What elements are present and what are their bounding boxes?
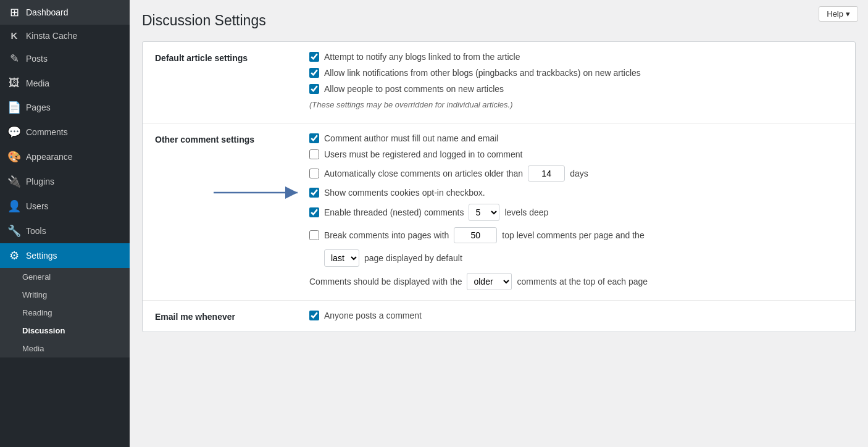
page-title: Discussion Settings	[142, 12, 856, 29]
users-registered-row: Users must be registered and logged in t…	[309, 149, 843, 159]
submenu-item-reading[interactable]: Reading	[0, 304, 130, 322]
sidebar-item-plugins[interactable]: 🔌 Plugins	[0, 169, 130, 194]
oc3-label-before: Automatically close comments on articles…	[324, 169, 523, 178]
cb2-label: Allow link notifications from other blog…	[324, 68, 641, 78]
help-label: Help	[827, 9, 843, 19]
users-icon: 👤	[7, 199, 21, 213]
plugins-icon: 🔌	[7, 175, 21, 188]
page-display-select[interactable]: first last	[324, 249, 359, 267]
comments-icon: 💬	[7, 125, 21, 139]
threaded-depth-select[interactable]: 12345678910	[469, 204, 499, 221]
sidebar-label-comments: Comments	[26, 127, 68, 137]
oc5-label-after: levels deep	[504, 207, 548, 217]
settings-panel: Default article settings Attempt to noti…	[142, 41, 856, 332]
cb3-checkbox[interactable]	[309, 84, 319, 94]
oc3-checkbox[interactable]	[309, 169, 319, 178]
break-comments-row: Break comments into pages with top level…	[309, 227, 843, 243]
em1-checkbox[interactable]	[309, 311, 319, 320]
sidebar-item-comments[interactable]: 💬 Comments	[0, 120, 130, 144]
submenu-item-media[interactable]: Media	[0, 340, 130, 357]
em1-label: Anyone posts a comment	[324, 311, 422, 320]
sidebar-item-media[interactable]: 🖼 Media	[0, 71, 130, 95]
oc5-label-before: Enable threaded (nested) comments	[324, 207, 464, 217]
other-comment-settings-row: Other comment settings Comment author mu…	[143, 123, 855, 301]
sidebar-label-appearance: Appearance	[26, 152, 73, 162]
comment-order-label-after: comments at the top of each page	[517, 277, 648, 286]
help-button[interactable]: Help ▾	[819, 6, 858, 22]
cb2-row: Allow link notifications from other blog…	[309, 68, 843, 78]
sidebar-item-tools[interactable]: 🔧 Tools	[0, 219, 130, 243]
oc4-label: Show comments cookies opt-in checkbox.	[324, 188, 485, 198]
comment-order-label-before: Comments should be displayed with the	[309, 277, 462, 286]
oc6-checkbox[interactable]	[309, 230, 319, 240]
oc1-label: Comment author must fill out name and em…	[324, 133, 498, 143]
comments-per-page-input[interactable]	[454, 227, 497, 243]
cb1-label: Attempt to notify any blogs linked to fr…	[324, 52, 520, 62]
sidebar-label-dashboard: Dashboard	[26, 7, 69, 17]
default-article-label: Default article settings	[155, 52, 297, 113]
cb3-label: Allow people to post comments on new art…	[324, 84, 504, 94]
sidebar: ⊞ Dashboard K Kinsta Cache ✎ Posts 🖼 Med…	[0, 0, 130, 447]
oc4-checkbox[interactable]	[309, 188, 319, 198]
submenu-item-discussion[interactable]: Discussion	[0, 322, 130, 340]
submenu-discussion-label: Discussion	[22, 326, 65, 335]
cookies-arrow	[214, 186, 303, 199]
sidebar-item-pages[interactable]: 📄 Pages	[0, 95, 130, 120]
settings-arrow-indicator	[126, 249, 130, 262]
sidebar-label-settings: Settings	[26, 251, 57, 261]
article-settings-note: (These settings may be overridden for in…	[309, 100, 843, 109]
email-settings-label: Email me whenever	[155, 311, 297, 322]
comment-order-select[interactable]: older newer	[467, 273, 512, 290]
sidebar-label-pages: Pages	[26, 102, 51, 112]
threaded-comments-row: Enable threaded (nested) comments 123456…	[309, 204, 843, 221]
page-display-label: page displayed by default	[364, 253, 462, 263]
pages-icon: 📄	[7, 101, 21, 114]
sidebar-item-dashboard[interactable]: ⊞ Dashboard	[0, 0, 130, 25]
sidebar-label-plugins: Plugins	[26, 177, 54, 186]
sidebar-label-users: Users	[26, 201, 49, 211]
sidebar-item-settings[interactable]: ⚙ Settings	[0, 243, 130, 268]
cb3-row: Allow people to post comments on new art…	[309, 84, 843, 94]
oc6-label-after: top level comments per page and the	[502, 230, 644, 240]
email-cb1-row: Anyone posts a comment	[309, 311, 843, 320]
appearance-icon: 🎨	[7, 150, 21, 164]
comment-author-row: Comment author must fill out name and em…	[309, 133, 843, 143]
sidebar-label-kinsta: Kinsta Cache	[26, 31, 77, 41]
submenu-item-general[interactable]: General	[0, 268, 130, 286]
other-comment-controls: Comment author must fill out name and em…	[309, 133, 843, 290]
tools-icon: 🔧	[7, 224, 21, 238]
cookies-optin-row: Show comments cookies opt-in checkbox.	[309, 188, 843, 198]
other-comment-label: Other comment settings	[155, 133, 297, 290]
posts-icon: ✎	[7, 52, 21, 65]
cb1-checkbox[interactable]	[309, 52, 319, 62]
auto-close-row: Automatically close comments on articles…	[309, 165, 843, 182]
cb2-checkbox[interactable]	[309, 68, 319, 78]
oc5-checkbox[interactable]	[309, 207, 319, 217]
page-display-row: first last page displayed by default	[324, 249, 843, 267]
settings-icon: ⚙	[7, 249, 21, 262]
sidebar-label-posts: Posts	[26, 54, 48, 64]
oc2-label: Users must be registered and logged in t…	[324, 149, 522, 159]
oc1-checkbox[interactable]	[309, 133, 319, 143]
oc2-checkbox[interactable]	[309, 149, 319, 159]
sidebar-item-users[interactable]: 👤 Users	[0, 194, 130, 219]
default-article-settings-row: Default article settings Attempt to noti…	[143, 42, 855, 123]
svg-marker-0	[126, 249, 130, 262]
main-content: Help ▾ Discussion Settings Default artic…	[130, 0, 868, 447]
sidebar-item-kinsta[interactable]: K Kinsta Cache	[0, 25, 130, 46]
other-comment-inner: Other comment settings Comment author mu…	[155, 133, 843, 290]
oc3-label-after: days	[570, 169, 588, 178]
settings-submenu: General Writing Reading Discussion Media	[0, 268, 130, 357]
email-settings-row: Email me whenever Anyone posts a comment	[143, 301, 855, 332]
sidebar-item-appearance[interactable]: 🎨 Appearance	[0, 144, 130, 169]
submenu-item-writing[interactable]: Writing	[0, 286, 130, 304]
sidebar-label-media: Media	[26, 78, 49, 88]
default-article-controls: Attempt to notify any blogs linked to fr…	[309, 52, 843, 113]
email-settings-controls: Anyone posts a comment	[309, 311, 843, 322]
sidebar-item-posts[interactable]: ✎ Posts	[0, 46, 130, 71]
media-icon: 🖼	[7, 77, 21, 90]
comment-order-row: Comments should be displayed with the ol…	[309, 273, 843, 290]
auto-close-days-input[interactable]	[528, 165, 565, 182]
help-chevron-icon: ▾	[846, 9, 850, 19]
kinsta-icon: K	[7, 30, 21, 41]
